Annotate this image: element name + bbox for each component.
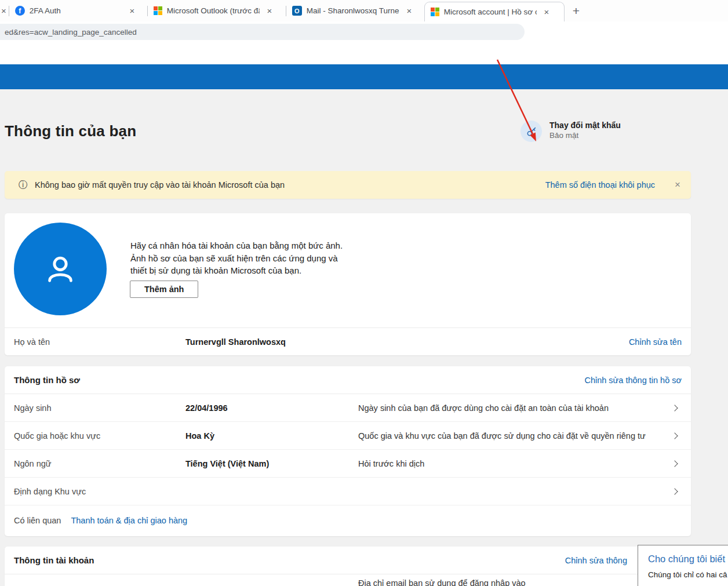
profile-info-header: Thông tin hồ sơ Chỉnh sửa thông tin hồ s… [5, 366, 691, 394]
close-icon[interactable]: × [404, 6, 414, 16]
profile-photo-description: Hãy cá nhân hóa tài khoản của bạn bằng m… [130, 239, 354, 277]
browser-toolbar: ed&res=acw_landing_page_cancelled [0, 21, 728, 42]
row-value: 22/04/1996 [185, 403, 358, 413]
chevron-right-icon[interactable] [671, 488, 678, 494]
language-row[interactable]: Ngôn ngữ Tiếng Việt (Việt Nam) Hỏi trước… [5, 450, 691, 478]
close-icon[interactable]: × [264, 6, 275, 16]
billing-shipping-link[interactable]: Thanh toán & địa chỉ giao hàng [71, 516, 187, 525]
row-description: Quốc gia và khu vực của bạn đã được sử d… [358, 431, 672, 441]
tab-title: 2FA Auth [30, 6, 122, 15]
section-title: Thông tin hồ sơ [14, 375, 80, 385]
close-icon[interactable]: × [541, 7, 552, 17]
row-label: Ngôn ngữ [14, 459, 185, 468]
feedback-popup-body: Chúng tôi chỉ có hai câ [648, 570, 728, 579]
name-value: Turnervgll Sharonlwosxq [185, 337, 358, 347]
row-label: Ngày sinh [14, 403, 185, 413]
tab-title: Microsoft Outlook (trước đây là [167, 6, 260, 15]
tab-title: Microsoft account | Hồ sơ của b [444, 8, 537, 16]
name-label: Họ và tên [14, 337, 185, 347]
page-title: Thông tin của bạn [5, 122, 136, 140]
tab-mail[interactable]: O Mail - Sharonlwosxq Turnervgll - × [286, 1, 424, 21]
recovery-banner: ⓘ Không bao giờ mất quyền truy cập vào t… [5, 171, 691, 199]
tab-2fa-auth[interactable]: f 2FA Auth × [9, 1, 147, 21]
browser-tab-strip: × f 2FA Auth × Microsoft Outlook (trước … [0, 0, 728, 21]
feedback-popup-title[interactable]: Cho chúng tôi biết b [648, 554, 728, 565]
avatar[interactable] [14, 223, 107, 315]
row-label: Quốc gia hoặc khu vực [14, 431, 185, 441]
add-recovery-phone-link[interactable]: Thêm số điện thoại khôi phục [545, 180, 655, 190]
change-password-tile[interactable]: Thay đổi mật khẩu Bảo mật [520, 121, 621, 142]
profile-info-card: Thông tin hồ sơ Chỉnh sửa thông tin hồ s… [5, 366, 691, 536]
site-header-bar [0, 64, 728, 89]
close-icon[interactable]: × [127, 6, 137, 16]
page-top-band [0, 42, 728, 64]
microsoft-icon [431, 8, 439, 16]
edit-account-info-link[interactable]: Chỉnh sửa thông [565, 556, 627, 565]
outlook-icon: O [292, 6, 302, 16]
row-description: Ngày sinh của bạn đã được dùng cho cài đ… [358, 403, 672, 413]
related-label: Có liên quan [14, 516, 61, 525]
account-info-header: Thông tin tài khoản Chỉnh sửa thông [5, 547, 691, 574]
security-sublabel: Bảo mật [549, 131, 621, 140]
close-icon[interactable]: × [675, 179, 680, 191]
add-photo-button[interactable]: Thêm ảnh [130, 281, 198, 298]
chevron-right-icon[interactable] [671, 405, 678, 411]
url-text: ed&res=acw_landing_page_cancelled [5, 28, 137, 37]
country-row[interactable]: Quốc gia hoặc khu vực Hoa Kỳ Quốc gia và… [5, 422, 691, 450]
regional-format-row[interactable]: Định dạng Khu vực [5, 478, 691, 505]
edit-name-link[interactable]: Chỉnh sửa tên [629, 337, 682, 347]
row-description: Hỏi trước khi dịch [358, 459, 672, 468]
row-description: Địa chỉ email bạn sử dụng để đăng nhập v… [358, 578, 682, 586]
tab-microsoft-outlook[interactable]: Microsoft Outlook (trước đây là × [148, 1, 286, 21]
banner-message: Không bao giờ mất quyền truy cập vào tài… [35, 180, 285, 190]
key-icon [520, 121, 542, 142]
account-info-card: Thông tin tài khoản Chỉnh sửa thông Địa … [5, 547, 691, 586]
facebook-icon: f [15, 6, 25, 16]
edit-profile-info-link[interactable]: Chỉnh sửa thông tin hồ sơ [584, 376, 682, 385]
info-icon: ⓘ [19, 179, 28, 191]
row-value: Hoa Kỳ [185, 431, 358, 441]
section-title: Thông tin tài khoản [14, 555, 94, 565]
address-bar[interactable]: ed&res=acw_landing_page_cancelled [0, 24, 525, 40]
birthdate-row[interactable]: Ngày sinh 22/04/1996 Ngày sinh của bạn đ… [5, 394, 691, 422]
change-password-label: Thay đổi mật khẩu [549, 121, 621, 130]
tab-microsoft-account-active[interactable]: Microsoft account | Hồ sơ của b × [424, 2, 565, 21]
close-icon[interactable]: × [1, 6, 6, 16]
new-tab-button[interactable]: + [573, 4, 580, 18]
microsoft-icon [154, 6, 162, 15]
full-name-row: Họ và tên Turnervgll Sharonlwosxq Chỉnh … [5, 327, 691, 355]
feedback-popup: Cho chúng tôi biết b Chúng tôi chỉ có ha… [638, 545, 728, 586]
profile-card: Hãy cá nhân hóa tài khoản của bạn bằng m… [5, 213, 691, 355]
tab-title: Mail - Sharonlwosxq Turnervgll - [307, 6, 399, 15]
related-row: Có liên quan Thanh toán & địa chỉ giao h… [5, 505, 691, 536]
chevron-right-icon[interactable] [671, 432, 678, 439]
person-icon [42, 251, 78, 287]
row-value: Tiếng Việt (Việt Nam) [185, 459, 358, 468]
chevron-right-icon[interactable] [671, 460, 678, 467]
email-row-partial[interactable]: Địa chỉ email bạn sử dụng để đăng nhập v… [5, 574, 691, 586]
row-label: Định dạng Khu vực [14, 487, 185, 496]
